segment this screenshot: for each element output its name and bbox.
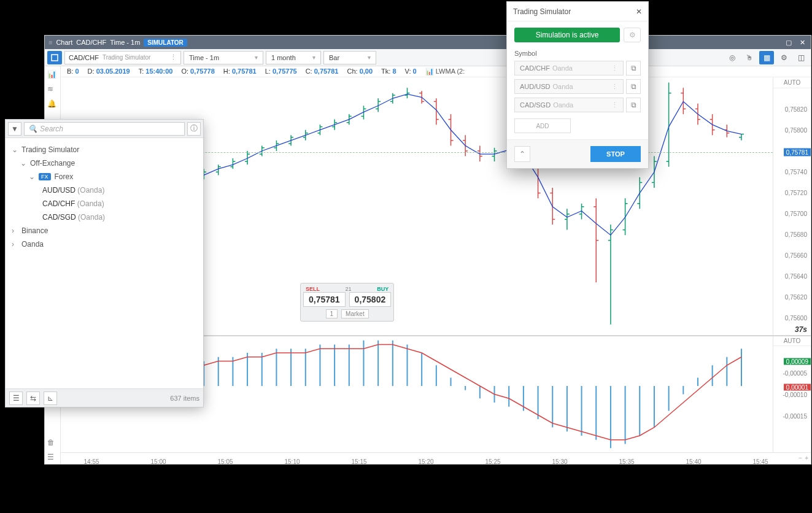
- title-symbol: CAD/CHF: [76, 39, 106, 46]
- info-t: T: 15:40:00: [139, 68, 173, 75]
- maximize-icon[interactable]: ▢: [784, 39, 794, 47]
- tree-root[interactable]: ⌄Trading Simulator: [12, 143, 197, 156]
- gear-icon[interactable]: ⚙: [624, 28, 641, 42]
- tree-oanda[interactable]: ›Oanda: [12, 237, 197, 251]
- chart-toolbar: CAD/CHF Trading Simulator ⋮ Time - 1m ▾ …: [45, 49, 811, 66]
- title-timeframe: Time - 1m: [110, 39, 140, 46]
- sim-symbol-row: CAD/SGDOanda⋮⧉: [514, 98, 641, 112]
- external-link-icon[interactable]: ⧉: [626, 61, 641, 75]
- search-placeholder: Search: [40, 125, 63, 133]
- layout-icon[interactable]: ◫: [794, 51, 808, 64]
- alert-icon[interactable]: 🔔: [47, 99, 58, 110]
- info-o: O: 0,75778: [181, 68, 214, 75]
- external-link-icon[interactable]: ⧉: [626, 98, 641, 112]
- list-view-icon[interactable]: ☰: [9, 392, 23, 405]
- close-icon[interactable]: ✕: [636, 7, 642, 16]
- order-type[interactable]: Market: [341, 309, 369, 318]
- list-icon[interactable]: ☰: [47, 453, 58, 464]
- sim-symbol-input[interactable]: AUD/USDOanda⋮: [514, 79, 624, 94]
- title-prefix: Chart: [56, 39, 72, 46]
- info-l: L: 0,75775: [265, 68, 297, 75]
- more-icon: ⋮: [170, 53, 177, 61]
- quantity-input[interactable]: 1: [326, 309, 338, 318]
- symbol-hint: Trading Simulator: [102, 54, 151, 61]
- tree-body: ⌄Trading Simulator ⌄Off-Exchange ⌄FXFore…: [6, 138, 203, 388]
- buy-price-button[interactable]: 0,75802: [349, 292, 392, 307]
- simulator-dialog: Trading Simulator ✕ Simulation is active…: [506, 1, 649, 169]
- info-v: V: 0: [405, 68, 417, 75]
- sim-symbol-row: AUD/USDOanda⋮⧉: [514, 79, 641, 94]
- trash-icon[interactable]: 🗑: [47, 438, 58, 449]
- sim-title-bar[interactable]: Trading Simulator ✕: [507, 2, 648, 21]
- info-tk: Tk: 8: [381, 68, 396, 75]
- style-selector[interactable]: Bar ▾: [323, 51, 376, 64]
- tree-binance[interactable]: ›Binance: [12, 224, 197, 237]
- sell-price-button[interactable]: 0,75781: [303, 292, 346, 307]
- range-selector[interactable]: 1 month ▾: [266, 51, 321, 64]
- auto-scale-button[interactable]: AUTO: [773, 77, 811, 88]
- spread: 21: [346, 286, 352, 292]
- simulator-badge: SIMULATOR: [144, 39, 187, 47]
- zoom-out-icon[interactable]: −: [798, 455, 802, 461]
- tree-symbol[interactable]: AUD/USD (Oanda): [12, 183, 197, 197]
- price-axis[interactable]: AUTO 0,758200,758000,757600,757400,75720…: [773, 77, 811, 335]
- add-button[interactable]: ADD: [514, 118, 571, 133]
- sub-hl-mid: 0,00001: [784, 384, 811, 390]
- symbol-selector[interactable]: CAD/CHF Trading Simulator ⋮: [64, 51, 181, 64]
- chart-titlebar[interactable]: ≡ Chart CAD/CHF Time - 1m SIMULATOR ▢ ✕: [45, 36, 811, 49]
- collapse-up-icon[interactable]: ⌃: [514, 146, 530, 162]
- symbol-section-label: Symbol: [514, 50, 641, 57]
- sim-symbol-row: CAD/CHFOanda⋮⧉: [514, 61, 641, 75]
- item-count: 637 items: [170, 395, 199, 402]
- timeframe-selector[interactable]: Time - 1m ▾: [184, 51, 263, 64]
- info-d: D: 03.05.2019: [88, 68, 130, 75]
- drag-handle-icon[interactable]: ≡: [48, 39, 52, 46]
- chevron-down-icon: ▾: [368, 54, 371, 61]
- zoom-in-icon[interactable]: +: [805, 455, 808, 461]
- symbol-tree-panel: ▼ 🔍 Search ⓘ ⌄Trading Simulator ⌄Off-Exc…: [5, 119, 204, 407]
- info-h: H: 0,75781: [223, 68, 257, 75]
- mouse-icon[interactable]: 🖱: [742, 51, 757, 64]
- simulation-status: Simulation is active: [514, 28, 620, 42]
- filter-icon[interactable]: ▼: [8, 122, 21, 136]
- buy-label: BUY: [377, 286, 389, 292]
- gear-icon[interactable]: ⚙: [776, 51, 791, 64]
- link-icon[interactable]: [47, 51, 62, 64]
- close-icon[interactable]: ✕: [797, 39, 807, 47]
- ohlc-info-bar: B: 0 D: 03.05.2019 T: 15:40:00 O: 0,7577…: [61, 66, 811, 77]
- sub-axis[interactable]: AUTO 0,00009 0,00001 -0,00005-0,00010-0,…: [773, 336, 811, 452]
- info-ch: Ch: 0,00: [347, 68, 373, 75]
- svg-rect-0: [52, 55, 58, 61]
- tree-symbol[interactable]: CAD/SGD (Oanda): [12, 210, 197, 224]
- info-c: C: 0,75781: [306, 68, 339, 75]
- indicator-label: 📊 LWMA (2:: [425, 68, 465, 75]
- sell-label: SELL: [306, 286, 320, 292]
- target-icon[interactable]: ◎: [725, 51, 740, 64]
- bar-countdown: 37s: [795, 325, 807, 334]
- external-link-icon[interactable]: ⧉: [626, 79, 641, 94]
- sim-symbol-input[interactable]: CAD/SGDOanda⋮: [514, 98, 624, 112]
- tree-footer: ☰ ⇆ ⊾ 637 items: [6, 388, 203, 407]
- sim-symbol-input[interactable]: CAD/CHFOanda⋮: [514, 61, 624, 75]
- sim-title: Trading Simulator: [513, 7, 571, 16]
- info-icon[interactable]: ⓘ: [187, 122, 201, 136]
- search-input[interactable]: 🔍 Search: [24, 122, 185, 136]
- info-b: B: 0: [67, 68, 79, 75]
- tree-view-icon[interactable]: ⇆: [26, 392, 40, 405]
- hierarchy-icon[interactable]: ⊾: [44, 392, 57, 405]
- layers-icon[interactable]: ≋: [47, 85, 58, 96]
- indicator-icon[interactable]: 📊: [47, 70, 58, 81]
- time-axis[interactable]: 14:5515:0015:0515:1015:1515:2015:2515:30…: [61, 452, 811, 464]
- auto-scale-button[interactable]: AUTO: [773, 336, 811, 346]
- chevron-down-icon: ▾: [312, 54, 315, 61]
- stop-button[interactable]: STOP: [590, 146, 641, 162]
- trade-panel[interactable]: SELL 21 BUY 0,75781 0,75802 1 Market: [300, 283, 394, 322]
- symbol-label: CAD/CHF: [69, 54, 99, 61]
- tree-off-exchange[interactable]: ⌄Off-Exchange: [12, 156, 197, 170]
- search-icon: 🔍: [28, 125, 37, 133]
- sub-hl-top: 0,00009: [784, 358, 811, 365]
- panels-icon[interactable]: ▦: [759, 51, 774, 64]
- tree-forex[interactable]: ⌄FXForex: [12, 170, 197, 183]
- tree-symbol[interactable]: CAD/CHF (Oanda): [12, 197, 197, 210]
- chevron-down-icon: ▾: [255, 54, 258, 61]
